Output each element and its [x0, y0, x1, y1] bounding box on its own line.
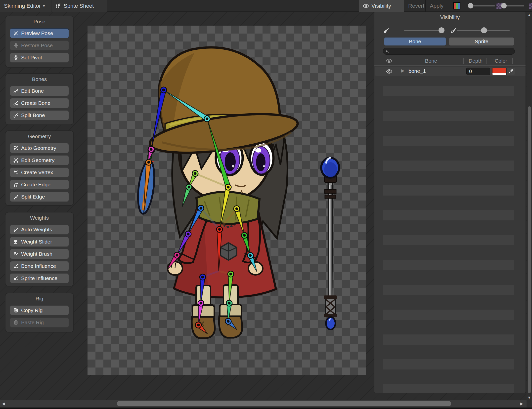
expander-triangle-icon[interactable]: ▶	[401, 68, 404, 73]
edit-bone-button[interactable]: Edit Bone	[10, 86, 69, 96]
scrollbar-corner	[527, 400, 532, 408]
tab-bone[interactable]: Bone	[384, 38, 446, 45]
character-sprite	[88, 26, 366, 375]
horizontal-scrollbar[interactable]: ◀ ▶	[0, 400, 527, 408]
scroll-down-icon[interactable]: ▼	[527, 395, 532, 400]
scroll-right-icon[interactable]: ▶	[520, 401, 523, 406]
split-bone-button[interactable]: Split Bone	[10, 110, 69, 120]
bone-filled-icon	[383, 27, 390, 34]
pose-section: Pose Preview Pose Restore Pose Set Pivot	[5, 16, 74, 68]
restore-pose-button[interactable]: Restore Pose	[10, 41, 69, 50]
vertical-scrollbar-thumb[interactable]	[528, 106, 531, 393]
create-vertex-icon	[13, 170, 19, 175]
visibility-panel-title: Visibility	[374, 14, 526, 21]
edit-geometry-icon	[13, 158, 19, 163]
button-label: Restore Pose	[21, 42, 53, 48]
preview-pose-button[interactable]: Preview Pose	[10, 28, 69, 38]
bone-color-swatch[interactable]	[492, 68, 506, 75]
scroll-up-icon[interactable]: ▲	[527, 13, 532, 17]
sprite-opacity-slider[interactable]	[504, 5, 524, 6]
depth-input[interactable]: 0	[466, 68, 490, 75]
chevron-down-icon: ▾	[43, 4, 45, 8]
bone-size-slider[interactable]	[404, 30, 440, 31]
window-bottom-strip	[0, 408, 532, 409]
eyedropper-button[interactable]	[506, 68, 515, 75]
button-label: Edit Bone	[21, 88, 44, 94]
bone-outline-icon	[450, 27, 457, 34]
bone-name[interactable]: bone_1	[408, 68, 426, 74]
bone-influence-icon	[13, 263, 19, 269]
copy-rig-button[interactable]: Copy Rig	[10, 305, 69, 315]
bone-split-icon	[13, 113, 19, 118]
tab-bone-label: Bone	[409, 39, 421, 44]
weights-section-title: Weights	[10, 215, 69, 221]
revert-button[interactable]: Revert	[404, 0, 426, 12]
visibility-toggle-button[interactable]: Visibility	[359, 0, 404, 12]
paste-rig-button[interactable]: Paste Rig	[10, 318, 69, 327]
overlay-color-swatch-button[interactable]	[453, 2, 460, 9]
bone-create-icon	[13, 100, 19, 106]
tab-sprite-label: Sprite	[475, 39, 488, 44]
bone-edit-icon	[13, 88, 19, 94]
create-edge-button[interactable]: Create Edge	[10, 180, 69, 190]
auto-geometry-button[interactable]: Auto Geometry	[10, 143, 69, 153]
weight-slider-button[interactable]: Weight Slider	[10, 237, 69, 247]
button-label: Paste Rig	[21, 320, 44, 326]
wrench-tools-icon	[13, 31, 19, 36]
empty-row-stripes	[383, 86, 514, 393]
scroll-left-icon[interactable]: ◀	[2, 401, 5, 406]
sprite-influence-button[interactable]: Sprite Influence	[10, 273, 69, 283]
weight-slider-icon	[13, 239, 19, 245]
sprite-sheet-icon	[55, 3, 61, 9]
apply-button[interactable]: Apply	[426, 0, 447, 12]
sprite-sheet-label: Sprite Sheet	[64, 3, 94, 9]
button-label: Create Bone	[21, 100, 50, 106]
bone-opacity-slider[interactable]	[471, 5, 495, 6]
sprite-canvas[interactable]	[88, 26, 366, 375]
bone-search-box[interactable]	[383, 48, 515, 55]
skinning-editor-dropdown[interactable]: Skinning Editor ▾	[0, 0, 51, 12]
tab-sprite[interactable]: Sprite	[449, 38, 514, 45]
weight-brush-button[interactable]: Weight Brush	[10, 249, 69, 259]
button-label: Auto Geometry	[21, 145, 56, 151]
table-row-bone-1[interactable]: ▶ bone_1 0	[375, 67, 526, 76]
auto-weights-button[interactable]: Auto Weights	[10, 225, 69, 235]
geometry-section-title: Geometry	[10, 133, 69, 139]
rig-section-title: Rig	[10, 296, 69, 302]
bone-table-header: Bone Depth Color	[374, 56, 526, 66]
column-color[interactable]: Color	[495, 58, 507, 64]
bones-section-title: Bones	[10, 76, 69, 82]
sprite-opacity-slider-knob[interactable]	[501, 3, 507, 8]
column-bone[interactable]: Bone	[425, 58, 437, 64]
revert-label: Revert	[408, 3, 424, 9]
weight-brush-icon	[13, 251, 19, 257]
copy-icon	[13, 308, 19, 313]
button-label: Preview Pose	[21, 30, 53, 36]
edit-geometry-button[interactable]: Edit Geometry	[10, 155, 69, 165]
apply-label: Apply	[430, 3, 443, 9]
vertical-scrollbar[interactable]: ▲ ▼	[527, 12, 532, 408]
sprite-sheet-button[interactable]: Sprite Sheet	[51, 0, 107, 12]
button-label: Create Edge	[21, 182, 50, 188]
create-vertex-button[interactable]: Create Vertex	[10, 167, 69, 177]
eyedropper-icon	[509, 69, 513, 74]
set-pivot-button[interactable]: Set Pivot	[10, 53, 69, 63]
bone-size-slider-knob[interactable]	[439, 27, 444, 33]
button-label: Weight Slider	[21, 239, 52, 245]
button-label: Split Bone	[21, 112, 45, 118]
split-edge-button[interactable]: Split Edge	[10, 192, 69, 202]
button-label: Auto Weights	[21, 227, 52, 233]
search-input[interactable]	[391, 49, 512, 54]
horizontal-scrollbar-thumb[interactable]	[117, 401, 451, 406]
bone-influence-button[interactable]: Bone Influence	[10, 261, 69, 271]
depth-value: 0	[469, 69, 472, 74]
auto-weights-icon	[13, 227, 19, 232]
sprite-opacity-panel-slider-knob[interactable]	[481, 27, 487, 33]
visibility-panel: Visibility Bone Sprite Bone Depth Color	[374, 11, 526, 393]
button-label: Copy Rig	[21, 307, 43, 313]
column-depth[interactable]: Depth	[469, 58, 483, 64]
pivot-icon	[13, 55, 19, 60]
create-bone-button[interactable]: Create Bone	[10, 98, 69, 108]
visibility-eye-icon[interactable]	[386, 68, 393, 75]
bone-opacity-slider-knob[interactable]	[468, 3, 473, 8]
